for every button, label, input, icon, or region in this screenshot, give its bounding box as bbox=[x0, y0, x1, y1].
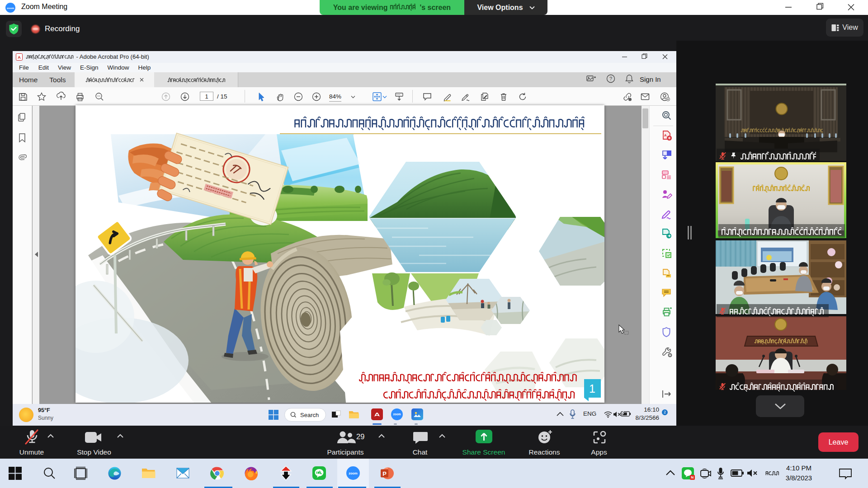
svg-text:zoom: zoom bbox=[7, 6, 14, 9]
svg-text:P: P bbox=[382, 470, 387, 477]
svg-text:A: A bbox=[18, 55, 21, 60]
svg-text:1: 1 bbox=[589, 382, 595, 395]
svg-text:A: A bbox=[664, 133, 667, 137]
svg-text:?: ? bbox=[609, 76, 612, 81]
